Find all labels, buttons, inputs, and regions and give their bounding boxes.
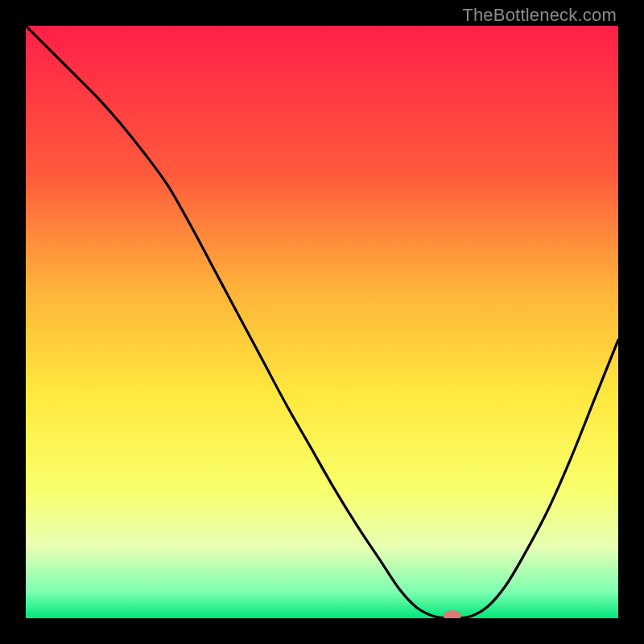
bottleneck-chart-svg: [26, 26, 618, 618]
plot-area: [26, 26, 618, 618]
chart-frame: TheBottleneck.com: [0, 0, 644, 644]
watermark-label: TheBottleneck.com: [462, 5, 617, 26]
